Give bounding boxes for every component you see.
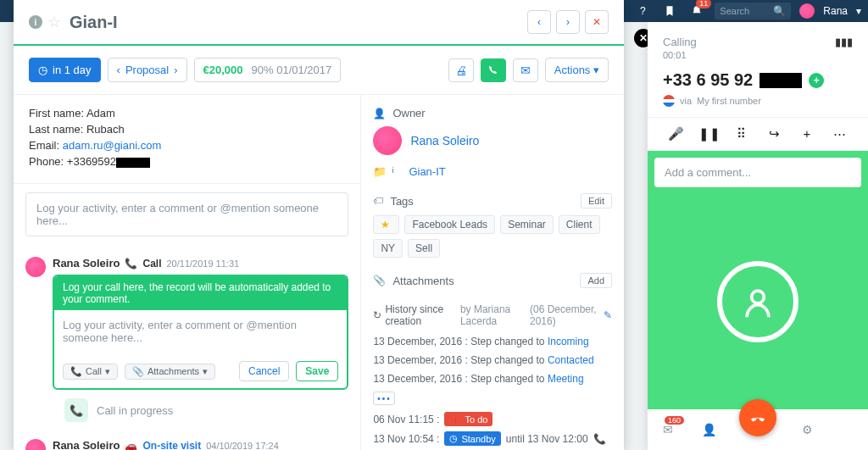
call-timer: 00:01 [663,50,853,60]
stage-text: Proposal [125,64,169,76]
call-log-banner: Log your call here, the record will be a… [54,276,347,310]
bookmark-icon[interactable] [660,2,679,20]
dialpad-icon[interactable]: ⠿ [732,126,752,142]
tag-item[interactable] [373,215,399,234]
history-created-date: (06 December, 2016) [530,303,600,327]
amount-sub: 90% 01/01/2017 [252,64,332,76]
email-label: Email: [29,139,59,152]
attachments-label: Attachments [392,275,453,287]
todo-chip[interactable]: ❗ To do [444,412,492,426]
attachment-icon: 📎 [373,275,386,286]
settings-icon[interactable]: ⚙ [797,423,817,436]
company-info-icon[interactable]: i [392,166,403,178]
call-comment-input[interactable]: Add a comment... [654,158,861,187]
tag-item[interactable]: Sell [408,239,440,258]
history-link[interactable]: Contacted [548,354,594,366]
clock-icon: ◷ [38,64,47,76]
notifications-icon[interactable]: 11 [687,2,706,20]
activity-user: Rana Soleiro [53,257,120,269]
company-link[interactable]: Gian-IT [409,165,445,178]
history-date: 13 Nov 10:54 : [373,433,439,445]
chevron-right-icon: › [174,64,177,76]
history-link[interactable]: Incoming [548,336,589,347]
activity-timestamp: 04/10/2019 17:24 [206,441,279,451]
activity-avatar [25,257,46,277]
number-redacted [760,73,802,88]
last-name-value: Rubach [86,123,125,136]
email-link[interactable]: adam.ru@giani.com [63,139,162,152]
user-avatar[interactable] [799,3,815,19]
svg-point-0 [752,291,765,303]
actions-menu[interactable]: Actions ▾ [545,58,609,82]
tag-item[interactable]: Client [559,215,600,234]
help-icon[interactable]: ? [633,2,652,20]
add-icon[interactable]: + [797,126,817,142]
calling-number: +33 6 95 92 [663,70,753,90]
call-status: Calling [663,36,697,48]
activity-timestamp: 20/11/2019 11:31 [166,258,239,269]
add-attachment-button[interactable]: Add [580,273,612,288]
inbox-count: 160 [665,416,684,425]
more-icon[interactable]: ⋯ [830,126,850,142]
star-icon[interactable]: ☆ [47,13,61,31]
standby-until: until 13 Nov 12:00 [506,433,588,445]
last-name-label: Last name: [29,123,83,136]
close-modal-button[interactable]: ✕ [585,10,609,34]
next-lead-button[interactable]: › [556,10,580,34]
phone-icon: 📞 [593,433,606,445]
flag-icon [663,95,675,107]
prev-lead-button[interactable]: ‹ [527,10,551,34]
edit-history-icon[interactable]: ✎ [604,309,612,321]
call-log-input[interactable]: Log your activity, enter a comment or @m… [63,319,338,346]
tag-icon: 🏷 [373,195,383,207]
email-button[interactable]: ✉ [513,58,538,82]
call-type-selector[interactable]: 📞 Call ▾ [63,364,118,380]
more-history-button[interactable]: ••• [373,392,395,405]
activity-composer[interactable]: Log your activity, enter a comment or @m… [25,192,348,236]
global-search[interactable]: Search 🔍 [715,3,791,19]
first-name-value: Adam [86,107,115,119]
user-menu-caret[interactable]: ▾ [856,5,861,17]
tags-label: Tags [390,195,413,208]
edit-tags-button[interactable]: Edit [581,193,612,208]
add-number-button[interactable]: + [809,73,824,88]
print-button[interactable]: 🖨 [448,58,474,82]
first-name-label: First name: [29,107,84,119]
signal-icon: ▮▮▮ [835,36,853,48]
contact-block: First name: Adam Last name: Rubach Email… [14,95,360,184]
mute-icon[interactable]: 🎤 [665,126,686,142]
info-icon[interactable]: i [29,15,42,29]
cancel-button[interactable]: Cancel [239,361,289,381]
standby-chip[interactable]: ◷ Standby [444,431,500,446]
notification-count: 11 [696,0,711,8]
amount-value: €20,000 [203,64,243,76]
save-button[interactable]: Save [296,361,338,381]
attachments-selector[interactable]: 📎 Attachments ▾ [125,364,215,380]
reminder-text: in 1 day [53,64,92,76]
owner-icon: 👤 [373,108,386,119]
hangup-button[interactable] [739,399,776,436]
phone-label: Phone: [29,155,64,168]
amount-pill[interactable]: €20,000 90% 01/01/2017 [194,58,342,82]
phone-icon: 📞 [125,258,137,269]
call-button[interactable] [481,58,506,82]
pause-icon[interactable]: ❚❚ [698,126,719,142]
owner-label: Owner [392,107,425,119]
owner-link[interactable]: Rana Soleiro [410,134,479,147]
tag-item[interactable]: NY [373,239,403,258]
user-name[interactable]: Rana [823,5,848,17]
history-by: by Mariana Lacerda [460,303,526,327]
forward-icon[interactable]: ↪ [764,126,784,142]
history-link[interactable]: Meeting [548,373,584,385]
tag-item[interactable]: Facebook Leads [404,215,495,234]
history-label: History since creation [385,303,456,327]
activity-avatar [25,439,46,450]
reminder-pill[interactable]: ◷ in 1 day [29,58,101,82]
phone-progress-icon: 📞 [64,398,88,422]
stage-pill[interactable]: ‹ Proposal › [108,58,187,82]
call-in-progress: 📞 Call in progress [53,390,348,431]
tag-item[interactable]: Seminar [500,215,554,234]
contacts-icon[interactable]: 👤 [698,423,719,436]
inbox-icon[interactable]: ✉160 [658,423,678,436]
folder-icon: 📁 [373,165,387,178]
